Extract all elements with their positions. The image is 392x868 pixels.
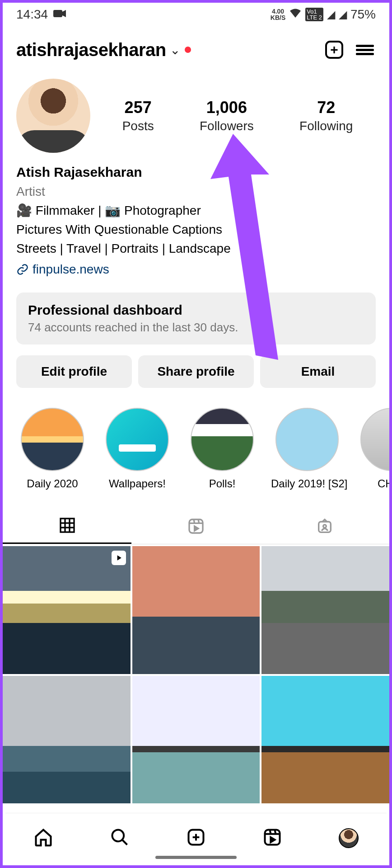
- svg-rect-6: [189, 519, 203, 533]
- following-stat[interactable]: 72 Following: [299, 98, 353, 133]
- status-time: 14:34: [16, 7, 48, 22]
- menu-button[interactable]: [354, 39, 376, 61]
- post-thumbnail[interactable]: [261, 546, 389, 674]
- highlight-cover: [191, 408, 254, 471]
- highlight-item[interactable]: Daily 2020: [16, 408, 89, 490]
- reel-icon: [112, 551, 126, 565]
- svg-point-12: [112, 830, 124, 841]
- signal-icon-2: ◢: [339, 8, 347, 21]
- profile-avatar[interactable]: [16, 79, 90, 153]
- post-thumbnail[interactable]: [3, 546, 131, 674]
- posts-stat[interactable]: 257 Posts: [122, 98, 154, 133]
- svg-point-11: [323, 524, 327, 528]
- story-highlights[interactable]: Daily 2020 Wallpapers! Polls! Daily 2019…: [3, 394, 389, 499]
- wifi-icon: [289, 7, 302, 22]
- svg-line-20: [275, 830, 275, 834]
- chevron-down-icon[interactable]: ⌄: [170, 42, 180, 57]
- battery-text: 75%: [350, 7, 376, 22]
- post-thumbnail[interactable]: [261, 676, 389, 804]
- svg-rect-0: [53, 10, 62, 17]
- highlight-cover: [21, 408, 84, 471]
- edit-profile-button[interactable]: Edit profile: [16, 355, 132, 388]
- bio-link[interactable]: finpulse.news: [16, 260, 376, 279]
- notification-dot: [185, 47, 191, 53]
- svg-line-9: [198, 519, 199, 523]
- dashboard-title: Professional dashboard: [28, 302, 364, 318]
- status-bar: 14:34 4.00 KB/S Vo1LTE 2 ◢ ◢ 75%: [3, 3, 389, 25]
- tab-tagged[interactable]: [261, 508, 389, 544]
- nav-profile[interactable]: [339, 828, 359, 848]
- username-switcher[interactable]: atishrajasekharan: [16, 40, 166, 60]
- nav-search[interactable]: [110, 827, 130, 849]
- post-thumbnail[interactable]: [132, 546, 260, 674]
- highlight-item[interactable]: Polls!: [186, 408, 258, 490]
- svg-rect-1: [61, 519, 74, 532]
- lte-badge: Vo1LTE 2: [305, 8, 323, 21]
- nav-avatar-icon: [339, 828, 359, 848]
- bio-line-3: Streets | Travel | Portraits | Landscape: [16, 239, 376, 258]
- highlight-item[interactable]: Daily 2019! [S2]: [271, 408, 343, 490]
- email-button[interactable]: Email: [260, 355, 376, 388]
- tab-grid[interactable]: [3, 508, 131, 544]
- bottom-nav: [5, 813, 387, 863]
- dashboard-subtitle: 74 accounts reached in the last 30 days.: [28, 321, 364, 335]
- gesture-bar: [155, 856, 237, 859]
- display-name: Atish Rajasekharan: [16, 162, 376, 182]
- bio-section: Atish Rajasekharan Artist 🎥 Filmmaker | …: [3, 157, 389, 288]
- nav-create[interactable]: [186, 827, 206, 849]
- highlight-cover: [106, 408, 169, 471]
- highlight-item[interactable]: CHIKI: [356, 408, 389, 490]
- tab-reels[interactable]: [131, 508, 260, 544]
- bio-line-1: 🎥 Filmmaker | 📷 Photographer: [16, 201, 376, 220]
- svg-line-8: [194, 519, 195, 523]
- svg-line-19: [270, 830, 271, 834]
- category-label[interactable]: Artist: [16, 182, 376, 201]
- post-thumbnail[interactable]: [3, 676, 131, 804]
- data-rate: 4.00 KB/S: [271, 8, 285, 21]
- highlight-cover: [360, 408, 389, 471]
- bio-line-2: Pictures With Questionable Captions: [16, 220, 376, 239]
- nav-home[interactable]: [33, 827, 53, 849]
- nav-reels[interactable]: [262, 827, 282, 849]
- create-button[interactable]: +: [323, 39, 345, 61]
- posts-grid: [3, 546, 389, 803]
- highlight-item[interactable]: Wallpapers!: [101, 408, 173, 490]
- share-profile-button[interactable]: Share profile: [138, 355, 254, 388]
- action-buttons: Edit profile Share profile Email: [3, 349, 389, 394]
- highlight-cover: [275, 408, 339, 471]
- signal-icon-1: ◢: [327, 8, 335, 21]
- profile-header: atishrajasekharan ⌄ +: [3, 25, 389, 65]
- svg-line-13: [122, 840, 127, 844]
- content-tabs: [3, 508, 389, 544]
- profile-summary: 257 Posts 1,006 Followers 72 Following: [3, 65, 389, 157]
- followers-stat[interactable]: 1,006 Followers: [200, 98, 254, 133]
- screen-record-icon: [53, 7, 67, 22]
- post-thumbnail[interactable]: [132, 676, 260, 804]
- professional-dashboard[interactable]: Professional dashboard 74 accounts reach…: [16, 292, 376, 344]
